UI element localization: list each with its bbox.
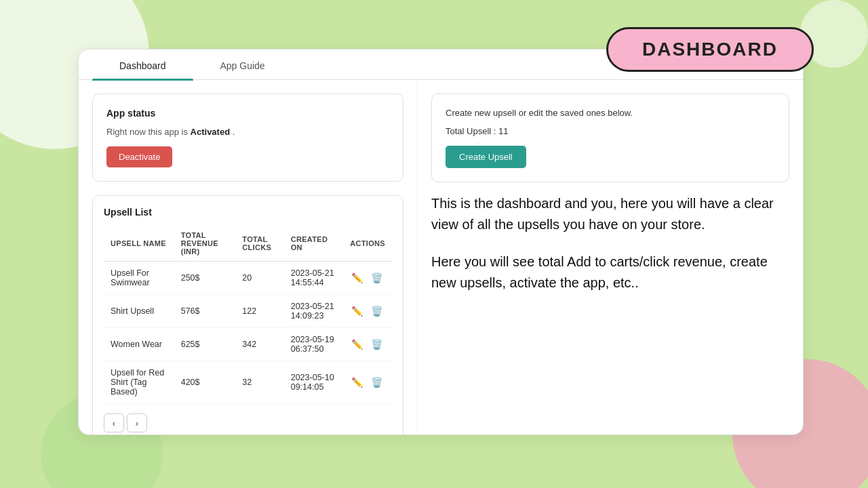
dashboard-title: DASHBOARD xyxy=(642,39,778,60)
col-header-clicks: TOTAL CLICKS xyxy=(235,226,283,262)
cell-created-0: 2023-05-21 14:55:44 xyxy=(284,262,344,295)
cell-revenue-3: 420$ xyxy=(174,361,236,404)
edit-button-1[interactable]: ✏️ xyxy=(350,304,364,318)
deactivate-button[interactable]: Deactivate xyxy=(106,146,172,167)
tab-dashboard[interactable]: Dashboard xyxy=(92,49,193,79)
cell-actions-0: ✏️ 🗑️ xyxy=(343,262,392,295)
app-status-title: App status xyxy=(106,108,389,119)
cell-actions-1: ✏️ 🗑️ xyxy=(343,295,392,328)
upsell-list-section: Upsell List UPSELL NAME TOTAL REVENUE (I… xyxy=(92,195,403,435)
app-status-card: App status Right now this app is Activat… xyxy=(92,94,403,182)
edit-button-0[interactable]: ✏️ xyxy=(350,271,364,285)
upsell-list-title: Upsell List xyxy=(104,207,392,218)
tab-app-guide[interactable]: App Guide xyxy=(193,49,292,79)
col-header-actions: ACTIONS xyxy=(343,226,392,262)
upsell-actions-title: Create new upsell or edit the saved ones… xyxy=(446,108,775,118)
table-row: Shirt Upsell 576$ 122 2023-05-21 14:09:2… xyxy=(104,295,392,328)
cell-clicks-1: 122 xyxy=(235,295,283,328)
cell-revenue-1: 576$ xyxy=(174,295,236,328)
table-row: Upsell for Red Shirt (Tag Based) 420$ 32… xyxy=(104,361,392,404)
total-upsell-count: Total Upsell : 11 xyxy=(446,126,775,136)
content-area: App status Right now this app is Activat… xyxy=(79,80,803,431)
pagination-next-button[interactable]: › xyxy=(127,413,147,432)
upsell-actions-card: Create new upsell or edit the saved ones… xyxy=(431,94,789,182)
cell-clicks-3: 32 xyxy=(235,361,283,404)
edit-button-2[interactable]: ✏️ xyxy=(350,338,364,351)
table-header-row: UPSELL NAME TOTAL REVENUE (INR) TOTAL CL… xyxy=(104,226,392,262)
cell-revenue-0: 250$ xyxy=(174,262,236,295)
col-header-revenue: TOTAL REVENUE (INR) xyxy=(174,226,236,262)
edit-button-3[interactable]: ✏️ xyxy=(350,375,364,389)
description-paragraph-2: Here you will see total Add to carts/cli… xyxy=(431,251,789,293)
delete-button-0[interactable]: 🗑️ xyxy=(370,271,384,285)
dashboard-badge: DASHBOARD xyxy=(606,27,814,72)
app-status-description: Right now this app is Activated . xyxy=(106,127,389,137)
col-header-name: UPSELL NAME xyxy=(104,226,174,262)
pagination: ‹ › xyxy=(104,413,392,432)
cell-clicks-2: 342 xyxy=(235,328,283,361)
create-upsell-button[interactable]: Create Upsell xyxy=(446,146,526,168)
cell-clicks-0: 20 xyxy=(235,262,283,295)
description-paragraph-1: This is the dashboard and you, here you … xyxy=(431,193,789,235)
cell-revenue-2: 625$ xyxy=(174,328,236,361)
delete-button-1[interactable]: 🗑️ xyxy=(370,304,384,318)
cell-name-3: Upsell for Red Shirt (Tag Based) xyxy=(104,361,174,404)
delete-button-3[interactable]: 🗑️ xyxy=(370,375,384,389)
cell-actions-3: ✏️ 🗑️ xyxy=(343,361,392,404)
table-row: Women Wear 625$ 342 2023-05-19 06:37:50 … xyxy=(104,328,392,361)
main-card: Dashboard App Guide App status Right now… xyxy=(78,49,804,435)
cell-name-2: Women Wear xyxy=(104,328,174,361)
cell-actions-2: ✏️ 🗑️ xyxy=(343,328,392,361)
table-row: Upsell For Swimwear 250$ 20 2023-05-21 1… xyxy=(104,262,392,295)
left-panel: App status Right now this app is Activat… xyxy=(79,80,418,431)
cell-created-2: 2023-05-19 06:37:50 xyxy=(284,328,344,361)
col-header-created: CREATED ON xyxy=(284,226,344,262)
cell-created-1: 2023-05-21 14:09:23 xyxy=(284,295,344,328)
cell-name-0: Upsell For Swimwear xyxy=(104,262,174,295)
cell-created-3: 2023-05-10 09:14:05 xyxy=(284,361,344,404)
description-text: This is the dashboard and you, here you … xyxy=(431,193,789,293)
pagination-prev-button[interactable]: ‹ xyxy=(104,413,124,432)
upsell-table: UPSELL NAME TOTAL REVENUE (INR) TOTAL CL… xyxy=(104,226,392,404)
cell-name-1: Shirt Upsell xyxy=(104,295,174,328)
delete-button-2[interactable]: 🗑️ xyxy=(370,338,384,351)
right-panel: Create new upsell or edit the saved ones… xyxy=(418,80,803,431)
